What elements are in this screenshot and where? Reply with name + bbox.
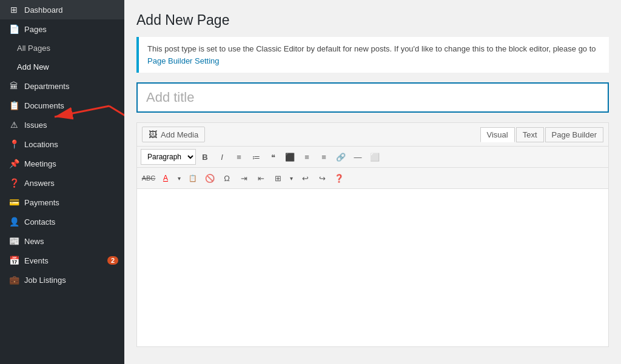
main-content: Add New Page This post type is set to us… [124,0,621,364]
bold-button[interactable]: B [197,149,213,165]
outdent-button[interactable]: ⇤ [253,170,269,186]
add-media-button[interactable]: 🖼 Add Media [142,127,205,142]
sidebar-label-meetings: Meetings [24,159,118,168]
font-color-dropdown[interactable]: ▾ [174,170,184,186]
sidebar-item-news[interactable]: 📰News [0,231,124,251]
sidebar-item-events[interactable]: 📅Events2 [0,251,124,270]
sidebar-label-issues: Issues [24,121,118,130]
tab-visual[interactable]: Visual [480,127,515,142]
sidebar-label-locations: Locations [24,140,118,149]
departments-icon: 🏛 [8,81,19,91]
sidebar-item-dashboard[interactable]: ⊞Dashboard [0,0,124,19]
job-listings-icon: 💼 [8,275,19,285]
editor-body[interactable] [137,189,608,346]
issues-icon: ⚠ [8,120,19,130]
dashboard-icon: ⊞ [8,5,19,15]
contacts-icon: 👤 [8,217,19,227]
more-button[interactable]: — [350,149,366,165]
tab-text[interactable]: Text [516,127,544,142]
answers-icon: ❓ [8,178,19,188]
strikethrough-button[interactable]: ABC [141,170,156,186]
sidebar-label-events: Events [24,256,102,265]
notice-text: This post type is set to use the Classic… [147,44,596,53]
font-color-button[interactable]: A [158,170,173,186]
documents-icon: 📋 [8,101,19,110]
notice-link[interactable]: Page Builder Setting [147,56,220,65]
sidebar-item-issues[interactable]: ⚠Issues [0,115,124,134]
payments-icon: 💳 [8,197,19,207]
sidebar-item-job-listings[interactable]: 💼Job Listings [0,270,124,290]
align-right-button[interactable]: ≡ [316,149,332,165]
sidebar-label-pages: Pages [24,25,118,34]
editor-wrapper: 🖼 Add Media Visual Text Page Builder Par… [136,122,609,347]
sidebar-label-documents: Documents [24,101,118,110]
badge-events: 2 [107,256,118,265]
meetings-icon: 📌 [8,159,19,168]
sidebar-label-payments: Payments [24,198,118,207]
editor-tabs: Visual Text Page Builder [480,127,603,142]
clear-format-button[interactable]: 🚫 [202,170,218,186]
undo-button[interactable]: ↩ [297,170,313,186]
paste-text-button[interactable]: 📋 [185,170,201,186]
sidebar: ⊞Dashboard📄PagesAll PagesAdd New🏛Departm… [0,0,124,364]
sidebar-item-meetings[interactable]: 📌Meetings [0,154,124,173]
sidebar-label-departments: Departments [24,82,118,91]
pages-icon: 📄 [8,24,19,34]
editor-topbar: 🖼 Add Media Visual Text Page Builder [137,123,608,147]
italic-button[interactable]: I [214,149,230,165]
sidebar-item-documents[interactable]: 📋Documents [0,96,124,115]
sidebar-item-locations[interactable]: 📍Locations [0,134,124,154]
special-char-button[interactable]: Ω [219,170,235,186]
link-button[interactable]: 🔗 [333,149,349,165]
sidebar-label-all-pages: All Pages [17,44,118,53]
title-input[interactable] [136,82,609,113]
indent-button[interactable]: ⇥ [236,170,252,186]
sidebar-label-contacts: Contacts [24,217,118,227]
fullscreen-button[interactable]: ⬜ [367,149,383,165]
sidebar-item-pages[interactable]: 📄Pages [0,19,124,39]
sidebar-item-contacts[interactable]: 👤Contacts [0,212,124,231]
toolbar-row-1: Paragraph B I ≡ ≔ ❝ ⬛ ≡ ≡ 🔗 — ⬜ [137,147,608,168]
table-button[interactable]: ⊞ [270,170,286,186]
help-button[interactable]: ❓ [331,170,347,186]
sidebar-label-add-new: Add New [17,62,118,71]
paragraph-select[interactable]: Paragraph [141,149,196,165]
sidebar-label-dashboard: Dashboard [24,5,118,15]
blockquote-button[interactable]: ❝ [265,149,281,165]
sidebar-item-answers[interactable]: ❓Answers [0,173,124,193]
align-left-button[interactable]: ⬛ [282,149,298,165]
add-media-label: Add Media [161,130,198,139]
sidebar-label-answers: Answers [24,179,118,188]
tab-page-builder[interactable]: Page Builder [545,127,603,142]
ordered-list-button[interactable]: ≔ [248,149,264,165]
align-center-button[interactable]: ≡ [299,149,315,165]
sidebar-item-departments[interactable]: 🏛Departments [0,76,124,96]
sidebar-item-all-pages[interactable]: All Pages [0,39,124,58]
add-media-icon: 🖼 [149,130,157,139]
sidebar-label-news: News [24,237,118,246]
unordered-list-button[interactable]: ≡ [231,149,247,165]
sidebar-label-job-listings: Job Listings [24,276,118,285]
notice-bar: This post type is set to use the Classic… [136,37,609,73]
sidebar-item-payments[interactable]: 💳Payments [0,193,124,212]
events-icon: 📅 [8,256,19,265]
sidebar-item-add-new[interactable]: Add New [0,58,124,76]
locations-icon: 📍 [8,139,19,149]
toolbar-row-2: ABC A ▾ 📋 🚫 Ω ⇥ ⇤ ⊞ ▾ ↩ ↪ ❓ [137,168,608,189]
table-dropdown[interactable]: ▾ [286,170,296,186]
news-icon: 📰 [8,236,19,246]
redo-button[interactable]: ↪ [314,170,330,186]
page-title: Add New Page [136,12,609,28]
